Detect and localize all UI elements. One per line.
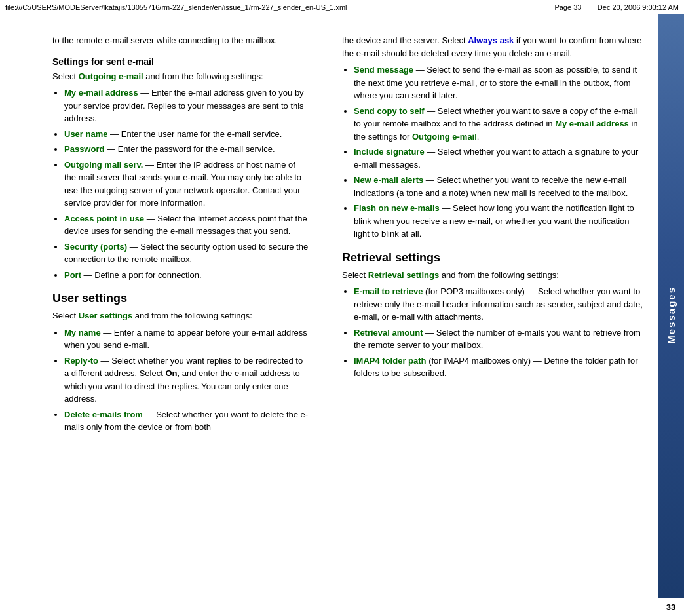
list-item: Outgoing mail serv. — Enter the IP addre… [64,159,309,210]
list-item: Delete e-mails from — Select whether you… [64,408,309,434]
right-items-list: Send message — Select to send the e-mail… [342,64,645,241]
content-area: to the remote e-mail server while connec… [0,14,658,616]
sent-items-list: My e-mail address — Enter the e-mail add… [52,87,309,281]
retrieval-settings-link: Retrieval settings [368,270,439,280]
retrieval-heading: Retrieval settings [342,251,645,265]
top-bar: file:///C:/USERS/MODEServer/lkatajis/130… [0,0,684,14]
list-item: Access point in use — Select the Interne… [64,212,309,238]
list-item: IMAP4 folder path (for IMAP4 mailboxes o… [354,355,645,380]
side-tab: Messages 33 [658,14,684,616]
list-item: Include signature — Select whether you w… [354,145,645,171]
left-column: to the remote e-mail server while connec… [0,34,329,603]
filepath: file:///C:/USERS/MODEServer/lkatajis/130… [5,3,347,11]
right-column: the device and the server. Select Always… [329,34,658,603]
list-item: Send copy to self — Select whether you w… [354,105,645,144]
list-item: Retrieval amount — Select the number of … [354,326,645,352]
main-wrapper: to the remote e-mail server while connec… [0,14,684,616]
retrieval-items-list: E-mail to retrieve (for POP3 mailboxes o… [342,285,645,380]
user-settings-intro: Select User settings and from the follow… [52,309,309,322]
outgoing-email-link: Outgoing e-mail [79,71,143,81]
list-item: New e-mail alerts — Select whether you w… [354,174,645,199]
list-item: Security (ports) — Select the security o… [64,241,309,266]
list-item: Port — Define a port for connection. [64,269,309,282]
list-item: My e-mail address — Enter the e-mail add… [64,87,309,125]
intro-text: to the remote e-mail server while connec… [52,34,309,47]
sent-settings-heading: Settings for sent e-mail [52,56,309,67]
list-item: Flash on new e-mails — Select how long y… [354,202,645,241]
list-item: Send message — Select to send the e-mail… [354,64,645,102]
user-settings-link: User settings [79,311,132,320]
list-item: Password — Enter the password for the e-… [64,143,309,156]
sent-settings-intro: Select Outgoing e-mail and from the foll… [52,70,309,83]
retrieval-intro: Select Retrieval settings and from the f… [342,269,645,282]
page-number: 33 [658,598,684,616]
list-item: E-mail to retrieve (for POP3 mailboxes o… [354,285,645,324]
list-item: Reply-to — Select whether you want repli… [64,355,309,406]
delete-cont-text: the device and the server. Select Always… [342,34,645,60]
list-item: User name — Enter the user name for the … [64,128,309,141]
side-tab-label: Messages [666,286,677,344]
user-items-list: My name — Enter a name to appear before … [52,326,309,434]
list-item: My name — Enter a name to appear before … [64,326,309,352]
user-settings-heading: User settings [52,292,309,305]
page-info: Page 33 Dec 20, 2006 9:03:12 AM [554,3,679,11]
